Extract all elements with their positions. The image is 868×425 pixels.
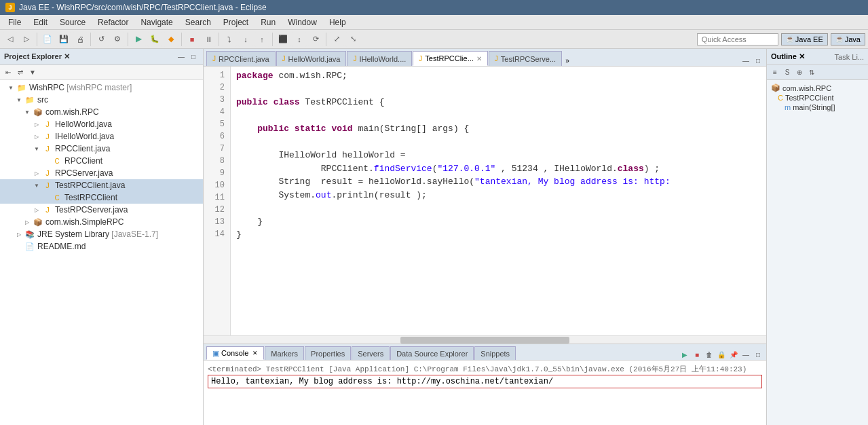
tb-debug-btn[interactable]: 🐛	[147, 32, 162, 47]
tree-item-jre[interactable]: ▷ 📚 JRE System Library [JavaSE-1.7]	[0, 228, 203, 240]
console-run-btn[interactable]: ▶	[679, 349, 690, 360]
outline-hide-fields-btn[interactable]: ≡	[770, 67, 780, 78]
outline-item-class[interactable]: C TestRPCClient	[770, 93, 865, 103]
editor-minimize-btn[interactable]: —	[740, 55, 751, 66]
tb-run-btn[interactable]: ▶	[131, 32, 146, 47]
tree-item-rpcserver[interactable]: ▷ J RPCServer.java	[0, 167, 203, 179]
pe-link-editor-btn[interactable]: ⇌	[15, 67, 26, 78]
menu-search[interactable]: Search	[180, 16, 216, 29]
tb-step-out-btn[interactable]: ↑	[254, 32, 269, 47]
tree-item-readme[interactable]: 📄 README.md	[0, 240, 203, 253]
outline-sort-btn[interactable]: ⇅	[806, 67, 817, 78]
console-clear-btn[interactable]: 🗑	[704, 349, 715, 360]
console-content: <terminated> TestRPCClient [Java Applica…	[204, 361, 766, 425]
bp-tab-servers[interactable]: Servers	[352, 346, 390, 360]
tab-testclient[interactable]: J TestRPCClie... ✕	[413, 51, 488, 66]
tb-coverage-btn[interactable]: ◆	[164, 32, 178, 47]
tree-item-rpcclient-cls[interactable]: C RPCClient	[0, 155, 203, 167]
menu-navigate[interactable]: Navigate	[135, 16, 178, 29]
pe-view-menu-btn[interactable]: ▼	[27, 67, 38, 78]
tb-build-btn[interactable]: ⚙	[110, 32, 125, 47]
tb-prev-btn[interactable]: ⤡	[345, 32, 360, 47]
tb-save-btn[interactable]: 💾	[56, 32, 71, 47]
tree-item-pkg[interactable]: ▼ 📦 com.wish.RPC	[0, 106, 203, 118]
menu-file[interactable]: File	[3, 16, 26, 29]
bp-tab-snippets[interactable]: Snippets	[474, 346, 516, 360]
outline-hide-static-btn[interactable]: S	[782, 67, 793, 78]
tb-misc3-btn[interactable]: ⟳	[308, 32, 323, 47]
tab-ihelloworld[interactable]: J IHelloWorld....	[347, 51, 412, 66]
console-minimize-btn[interactable]: —	[740, 349, 751, 360]
console-tab-close[interactable]: ✕	[252, 350, 258, 356]
tree-item-testserver[interactable]: ▷ J TestRPCServer.java	[0, 204, 203, 216]
tb-print-btn[interactable]: 🖨	[73, 32, 88, 47]
tb-back-btn[interactable]: ◁	[3, 32, 18, 47]
pe-collapse-all-btn[interactable]: ⇤	[3, 67, 14, 78]
pe-maximize-btn[interactable]: □	[188, 52, 199, 62]
bp-tab-datasource[interactable]: Data Source Explorer	[390, 346, 474, 360]
title-bar: J Java EE - WishRPC/src/com/wish/RPC/Tes…	[0, 0, 868, 15]
tb-sep-3	[128, 33, 128, 46]
pe-minimize-btn[interactable]: —	[176, 52, 187, 62]
tb-new-btn[interactable]: 📄	[40, 32, 55, 47]
tb-step-into-btn[interactable]: ↓	[238, 32, 253, 47]
servers-tab-label: Servers	[358, 350, 383, 358]
menu-run[interactable]: Run	[255, 16, 281, 29]
pe-content: ▼ 📁 WishRPC [wishRPC master] ▼ 📁 src ▼ 📦…	[0, 80, 203, 425]
outline-class-icon: C	[778, 94, 783, 102]
tree-label-testclient: TestRPCClient.java	[55, 181, 125, 190]
tb-refresh-btn[interactable]: ↺	[94, 32, 109, 47]
tree-item-testclient[interactable]: ▼ J TestRPCClient.java	[0, 179, 203, 191]
tb-step-over-btn[interactable]: ⤵	[222, 32, 237, 47]
outline-item-package[interactable]: 📦 com.wish.RPC	[770, 83, 865, 93]
outline-class-label: TestRPCClient	[785, 94, 834, 102]
console-scroll-lock-btn[interactable]: 🔒	[716, 349, 727, 360]
tb-pause-btn[interactable]: ⏸	[201, 32, 216, 47]
tree-item-simplerpc[interactable]: ▷ 📦 com.wish.SimpleRPC	[0, 216, 203, 228]
outline-hide-non-public-btn[interactable]: ⊕	[794, 67, 805, 78]
java-ee-label: Java EE	[795, 35, 823, 43]
tab-overflow-btn[interactable]: »	[563, 56, 572, 66]
tree-item-wishRPC[interactable]: ▼ 📁 WishRPC [wishRPC master]	[0, 81, 203, 94]
tree-item-ihelloworld[interactable]: ▷ J IHelloWorld.java	[0, 130, 203, 143]
tree-item-helloworld[interactable]: ▷ J HelloWorld.java	[0, 118, 203, 130]
tab-helloworld[interactable]: J HelloWorld.java	[276, 51, 347, 66]
tree-arrow-pkg: ▼	[24, 109, 31, 115]
tab-testserver[interactable]: J TestRPCServe...	[489, 51, 562, 66]
editor-maximize-btn[interactable]: □	[753, 55, 763, 66]
tb-misc2-btn[interactable]: ↕	[292, 32, 307, 47]
menu-edit[interactable]: Edit	[28, 16, 53, 29]
console-maximize-btn[interactable]: □	[753, 349, 763, 360]
bp-tab-markers[interactable]: Markers	[265, 346, 304, 360]
quick-access-input[interactable]	[697, 33, 778, 45]
tree-item-rpcclient[interactable]: ▼ J RPCClient.java	[0, 143, 203, 155]
tab-icon-testclient: J	[419, 55, 422, 62]
editor-area: J RPCClient.java J HelloWorld.java J IHe…	[204, 49, 766, 344]
tree-item-src[interactable]: ▼ 📁 src	[0, 94, 203, 106]
perspective-java-ee-btn[interactable]: ☕ Java EE	[781, 33, 828, 45]
menu-help[interactable]: Help	[324, 16, 352, 29]
code-lines[interactable]: package com.wish.RPC; public class TestR…	[231, 67, 766, 335]
menu-project[interactable]: Project	[218, 16, 254, 29]
outline-item-method[interactable]: m main(String[]	[770, 103, 865, 112]
tab-rpcclient[interactable]: J RPCClient.java	[206, 51, 276, 66]
menu-refactor[interactable]: Refactor	[92, 16, 134, 29]
code-scrollbar-thumb[interactable]	[400, 337, 569, 344]
tb-misc-btn[interactable]: ⬛	[276, 32, 290, 47]
tb-forward-btn[interactable]: ▷	[19, 32, 34, 47]
perspective-java-btn[interactable]: ☕ Java	[831, 33, 865, 45]
code-content[interactable]: 1234567891011121314 package com.wish.RPC…	[204, 67, 766, 335]
tree-item-testclient-cls[interactable]: C TestRPCClient	[0, 191, 203, 204]
menu-source[interactable]: Source	[54, 16, 91, 29]
right-panel: Outline ✕ Task Li... ≡ S ⊕ ⇅ 📦 com.wish.…	[766, 49, 868, 425]
tab-close-testclient[interactable]: ✕	[476, 55, 482, 62]
tb-next-btn[interactable]: ⤢	[329, 32, 344, 47]
console-pin-btn[interactable]: 📌	[728, 349, 739, 360]
outline-method-label: main(String[]	[793, 103, 835, 111]
menu-window[interactable]: Window	[282, 16, 322, 29]
code-scrollbar[interactable]	[204, 335, 766, 344]
console-stop-btn[interactable]: ■	[692, 349, 702, 360]
bp-tab-console[interactable]: ▣ Console ✕	[206, 346, 264, 360]
tb-stop-btn[interactable]: ■	[185, 32, 200, 47]
bp-tab-properties[interactable]: Properties	[305, 346, 351, 360]
